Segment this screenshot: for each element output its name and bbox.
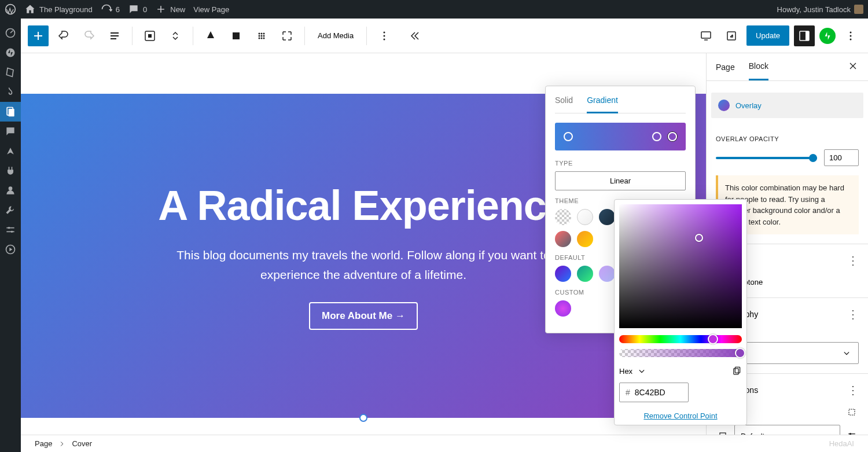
- admin-bar: The Playground 6 0 New View Page Howdy, …: [0, 0, 868, 19]
- site-name[interactable]: The Playground: [24, 3, 93, 15]
- comments-count[interactable]: 0: [128, 3, 147, 15]
- new-content[interactable]: New: [155, 3, 185, 15]
- updates-count[interactable]: 6: [101, 3, 120, 15]
- wp-logo[interactable]: [5, 3, 16, 15]
- view-page[interactable]: View Page: [193, 5, 229, 14]
- howdy-user[interactable]: Howdy, Justin Tadlock: [777, 5, 863, 14]
- avatar: [854, 5, 863, 14]
